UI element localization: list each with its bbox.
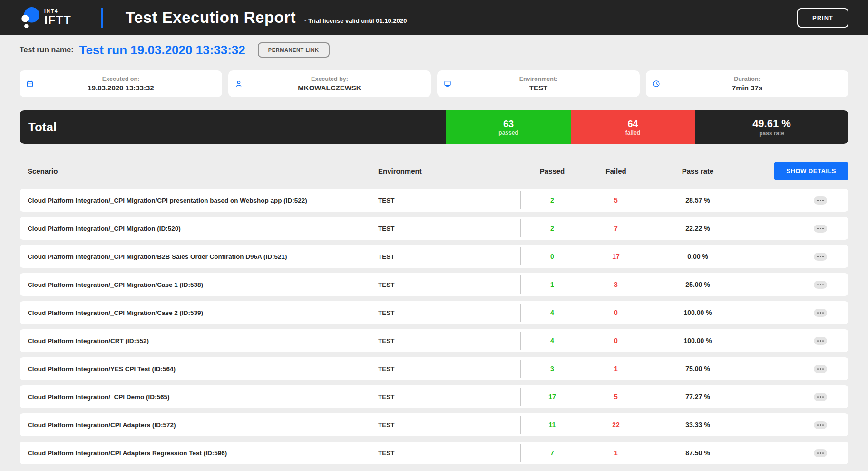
pass-rate-cell: 25.00 %	[648, 281, 748, 288]
ellipsis-icon	[817, 312, 819, 314]
column-header-scenario: Scenario	[20, 167, 363, 175]
column-divider	[520, 191, 521, 209]
test-run-name-label: Test run name:	[20, 46, 74, 54]
column-divider	[648, 304, 648, 322]
column-divider	[363, 304, 363, 322]
ellipsis-icon	[817, 368, 819, 370]
table-row: Cloud Platform Integration/_CPI Demo (ID…	[20, 385, 848, 408]
total-spacer	[57, 110, 446, 144]
failed-cell: 3	[584, 281, 648, 288]
column-header-passed: Passed	[520, 167, 584, 175]
row-more-options-button[interactable]	[814, 253, 827, 261]
permanent-link-button[interactable]: PERMANENT LINK	[258, 42, 330, 58]
column-divider	[363, 388, 363, 406]
pass-rate-cell: 28.57 %	[648, 196, 748, 204]
row-actions	[748, 449, 848, 457]
row-more-options-button[interactable]	[814, 337, 827, 345]
row-more-options-button[interactable]	[814, 365, 827, 373]
row-more-options-button[interactable]	[814, 225, 827, 233]
column-divider	[520, 444, 521, 462]
logo-text: INT4 IFTT	[44, 9, 71, 26]
column-divider	[648, 219, 648, 237]
test-run-name-value: Test run 19.03.2020 13:33:32	[79, 43, 245, 58]
pass-rate-cell: 75.00 %	[648, 365, 748, 373]
column-divider	[520, 219, 521, 237]
failed-cell: 1	[584, 365, 648, 373]
failed-cell: 1	[584, 449, 648, 457]
passed-cell: 4	[520, 309, 584, 316]
ellipsis-icon	[817, 284, 819, 285]
passed-caption: passed	[498, 129, 518, 136]
column-divider	[520, 416, 521, 434]
row-more-options-button[interactable]	[814, 393, 827, 401]
table-row: Cloud Platform Integration/YES CPI Test …	[20, 357, 848, 380]
card-value: TEST	[529, 84, 547, 92]
card-label: Executed on:	[102, 76, 140, 82]
row-actions	[748, 393, 848, 401]
ellipsis-icon	[817, 228, 819, 229]
trial-license-note: - Trial license valid until 01.10.2020	[304, 17, 407, 24]
row-actions	[748, 337, 848, 345]
environment-card: Environment: TEST	[437, 70, 640, 97]
row-more-options-button[interactable]	[814, 196, 827, 205]
environment-cell: TEST	[363, 337, 520, 344]
pass-rate-cell: 100.00 %	[648, 337, 748, 344]
failed-cell: 5	[584, 196, 648, 204]
info-cards: Executed on: 19.03.2020 13:33:32 Execute…	[20, 70, 848, 97]
row-more-options-button[interactable]	[814, 281, 827, 289]
failed-cell: 22	[584, 421, 648, 429]
table-row: Cloud Platform Integration/CPI Adapters …	[20, 442, 848, 464]
passed-cell: 4	[520, 337, 584, 344]
table-row: Cloud Platform Integration/_CPI Migratio…	[20, 301, 848, 324]
environment-cell: TEST	[363, 281, 520, 288]
user-icon	[235, 80, 243, 88]
column-divider	[648, 247, 648, 265]
pass-rate-cell: 0.00 %	[648, 253, 748, 260]
ellipsis-icon	[817, 256, 819, 257]
row-more-options-button[interactable]	[814, 449, 827, 457]
total-label: Total	[20, 120, 57, 135]
failed-caption: failed	[625, 129, 640, 136]
column-divider	[520, 304, 521, 322]
row-more-options-button[interactable]	[814, 421, 827, 429]
column-divider	[363, 219, 363, 237]
failed-count: 64	[627, 118, 638, 129]
table-row: Cloud Platform Integration/CRT (ID:552) …	[20, 329, 848, 352]
clock-icon	[653, 80, 660, 88]
pass-rate-cell: 22.22 %	[648, 225, 748, 232]
card-label: Duration:	[734, 76, 761, 82]
ellipsis-icon	[817, 200, 819, 201]
failed-cell: 0	[584, 337, 648, 344]
duration-card: Duration: 7min 37s	[646, 70, 848, 97]
row-more-options-button[interactable]	[814, 309, 827, 317]
column-divider	[363, 360, 363, 378]
column-divider	[363, 275, 363, 294]
show-details-button[interactable]: SHOW DETAILS	[774, 162, 848, 180]
int4-iftt-logo: INT4 IFTT	[20, 6, 71, 29]
card-value: 19.03.2020 13:33:32	[88, 84, 154, 92]
ellipsis-icon	[817, 452, 819, 454]
print-button[interactable]: PRINT	[797, 8, 848, 28]
row-actions	[748, 196, 848, 205]
environment-cell: TEST	[363, 450, 520, 457]
card-label: Environment:	[519, 76, 558, 82]
card-label: Executed by:	[311, 76, 348, 82]
row-actions	[748, 281, 848, 289]
column-divider	[363, 247, 363, 265]
total-passed-segment: 63 passed	[446, 110, 571, 144]
environment-cell: TEST	[363, 309, 520, 316]
row-actions	[748, 365, 848, 373]
pass-rate-cell: 87.50 %	[648, 449, 748, 457]
total-failed-segment: 64 failed	[571, 110, 695, 144]
environment-cell: TEST	[363, 422, 520, 429]
column-divider	[648, 444, 648, 462]
column-divider	[520, 360, 521, 378]
column-header-environment: Environment	[363, 167, 520, 175]
scenario-cell: Cloud Platform Integration/CRT (ID:552)	[20, 337, 363, 344]
column-divider	[520, 332, 521, 350]
monitor-icon	[444, 80, 451, 88]
executed-by-card: Executed by: MKOWALCZEWSK	[228, 70, 431, 97]
passed-cell: 7	[520, 449, 584, 457]
passed-cell: 2	[520, 196, 584, 204]
calendar-icon	[26, 80, 34, 88]
